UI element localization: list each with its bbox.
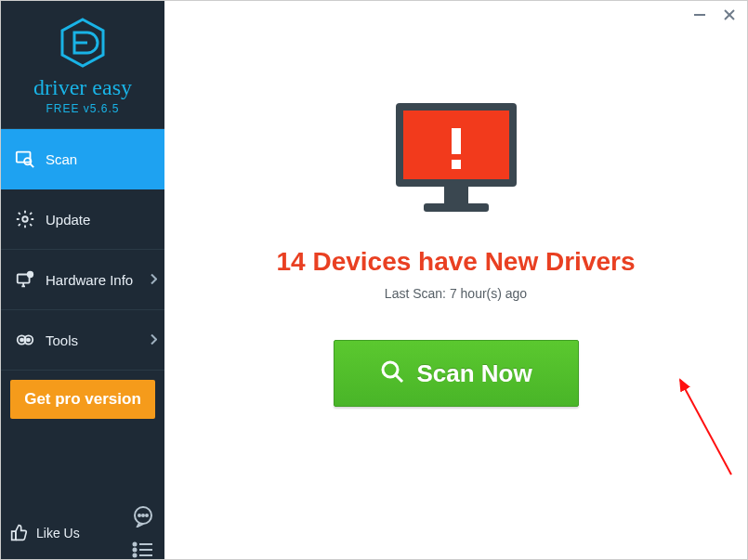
close-button[interactable] (721, 7, 738, 23)
svg-point-21 (146, 514, 148, 516)
brand-version: FREE v5.6.5 (1, 102, 164, 115)
svg-rect-33 (424, 203, 489, 212)
last-scan-label: Last Scan: 7 hour(s) ago (276, 286, 635, 301)
gear-icon (12, 209, 38, 229)
svg-point-26 (134, 554, 137, 557)
brand-name: driver easy (1, 75, 164, 100)
nav-item-tools[interactable]: Tools (1, 310, 164, 371)
search-icon (379, 358, 405, 388)
nav-item-hardware-info[interactable]: i Hardware Info (1, 250, 164, 310)
svg-line-7 (31, 164, 34, 168)
svg-point-17 (27, 339, 30, 342)
like-us-label: Like Us (36, 526, 80, 540)
logo-block: driver easy FREE v5.6.5 (1, 1, 164, 129)
alert-monitor-icon (387, 98, 526, 223)
hardware-icon: i (12, 269, 38, 290)
svg-point-22 (134, 543, 137, 546)
nav-item-label: Hardware Info (46, 272, 133, 288)
tools-icon (12, 330, 38, 350)
svg-point-8 (22, 216, 28, 222)
minimize-button[interactable] (691, 7, 708, 23)
svg-rect-32 (444, 187, 468, 203)
scan-now-button[interactable]: Scan Now (334, 340, 579, 407)
svg-line-36 (680, 380, 731, 475)
svg-rect-5 (17, 152, 31, 163)
get-pro-button[interactable]: Get pro version (10, 380, 155, 419)
app-logo-icon (59, 18, 106, 72)
thumbs-up-icon (10, 523, 29, 544)
svg-point-19 (138, 514, 140, 516)
main-panel: 14 Devices have New Drivers Last Scan: 7… (164, 1, 747, 559)
svg-rect-30 (452, 128, 461, 154)
nav: Scan Update (1, 129, 164, 371)
get-pro-label: Get pro version (24, 390, 141, 409)
nav-item-label: Tools (46, 332, 78, 348)
sidebar: driver easy FREE v5.6.5 Scan (1, 1, 164, 559)
nav-item-update[interactable]: Update (1, 189, 164, 250)
svg-point-20 (142, 514, 144, 516)
chevron-right-icon (150, 332, 157, 348)
scan-now-label: Scan Now (416, 359, 531, 388)
nav-item-label: Update (46, 212, 90, 228)
menu-button[interactable] (131, 538, 155, 560)
devices-headline: 14 Devices have New Drivers (276, 247, 635, 277)
chevron-right-icon (150, 272, 157, 288)
svg-point-16 (20, 339, 23, 342)
like-us-button[interactable]: Like Us (10, 523, 80, 544)
svg-point-34 (383, 362, 398, 377)
feedback-button[interactable] (131, 504, 155, 528)
nav-item-scan[interactable]: Scan (1, 129, 164, 189)
svg-rect-31 (452, 160, 461, 169)
scan-icon (12, 149, 38, 169)
svg-line-35 (396, 375, 402, 382)
nav-item-label: Scan (46, 151, 77, 167)
svg-point-24 (134, 549, 137, 552)
